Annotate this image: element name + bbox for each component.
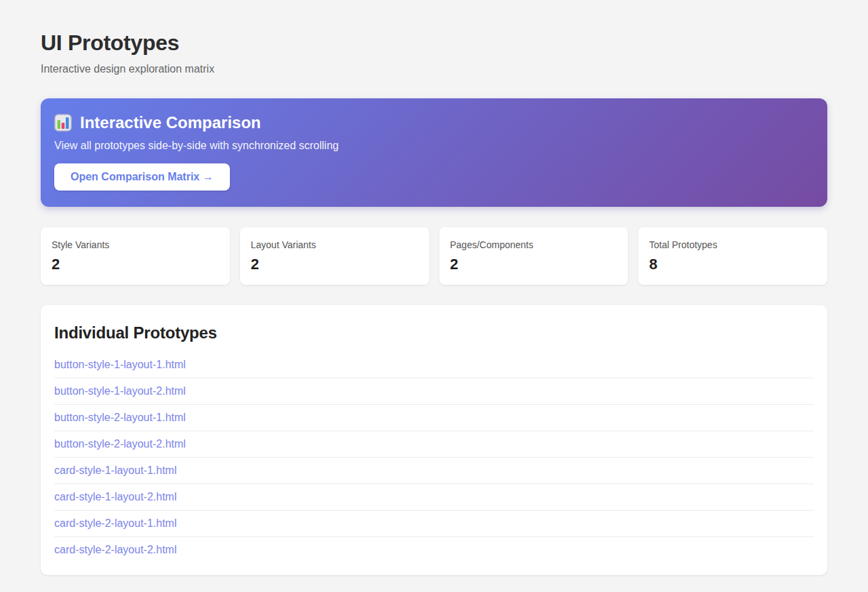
stat-label: Layout Variants (251, 239, 418, 252)
page-subtitle: Interactive design exploration matrix (41, 62, 827, 77)
comparison-banner: Interactive Comparison View all prototyp… (41, 98, 827, 207)
prototype-list: button-style-1-layout-1.html button-styl… (54, 352, 814, 563)
list-item: card-style-2-layout-1.html (54, 511, 814, 537)
list-item: card-style-1-layout-2.html (54, 484, 814, 511)
prototype-link[interactable]: card-style-2-layout-1.html (54, 517, 177, 529)
bar-chart-icon (54, 114, 72, 132)
open-comparison-matrix-button[interactable]: Open Comparison Matrix → (54, 163, 230, 191)
stat-card-style-variants: Style Variants 2 (41, 227, 230, 285)
page-container: UI Prototypes Interactive design explora… (0, 0, 868, 592)
list-item: button-style-2-layout-1.html (54, 405, 814, 431)
stat-value: 8 (649, 256, 816, 273)
stat-card-pages-components: Pages/Components 2 (439, 227, 629, 285)
prototype-link[interactable]: button-style-2-layout-1.html (54, 412, 186, 423)
stat-card-total-prototypes: Total Prototypes 8 (638, 227, 827, 285)
page-title: UI Prototypes (41, 30, 827, 56)
prototype-link[interactable]: button-style-1-layout-1.html (54, 359, 186, 370)
individual-prototypes-title: Individual Prototypes (54, 323, 814, 343)
banner-title-text: Interactive Comparison (80, 113, 261, 132)
stat-value: 2 (450, 256, 618, 273)
list-item: card-style-2-layout-2.html (54, 537, 814, 563)
individual-prototypes-card: Individual Prototypes button-style-1-lay… (41, 305, 827, 575)
list-item: button-style-1-layout-1.html (54, 352, 814, 378)
prototype-link[interactable]: card-style-1-layout-1.html (54, 465, 177, 476)
prototype-link[interactable]: button-style-2-layout-2.html (54, 438, 186, 450)
banner-title: Interactive Comparison (54, 113, 814, 132)
list-item: button-style-2-layout-2.html (54, 431, 814, 458)
prototype-link[interactable]: button-style-1-layout-2.html (54, 385, 186, 397)
stat-label: Total Prototypes (649, 239, 816, 252)
list-item: card-style-1-layout-1.html (54, 458, 814, 484)
stat-label: Pages/Components (450, 239, 618, 252)
prototype-link[interactable]: card-style-2-layout-2.html (54, 544, 177, 555)
list-item: button-style-1-layout-2.html (54, 378, 814, 405)
stat-value: 2 (52, 256, 219, 273)
stat-value: 2 (251, 256, 418, 273)
banner-description: View all prototypes side-by-side with sy… (54, 138, 814, 153)
stat-card-layout-variants: Layout Variants 2 (240, 227, 429, 285)
stats-row: Style Variants 2 Layout Variants 2 Pages… (41, 227, 827, 285)
prototype-link[interactable]: card-style-1-layout-2.html (54, 491, 177, 502)
stat-label: Style Variants (52, 239, 219, 252)
